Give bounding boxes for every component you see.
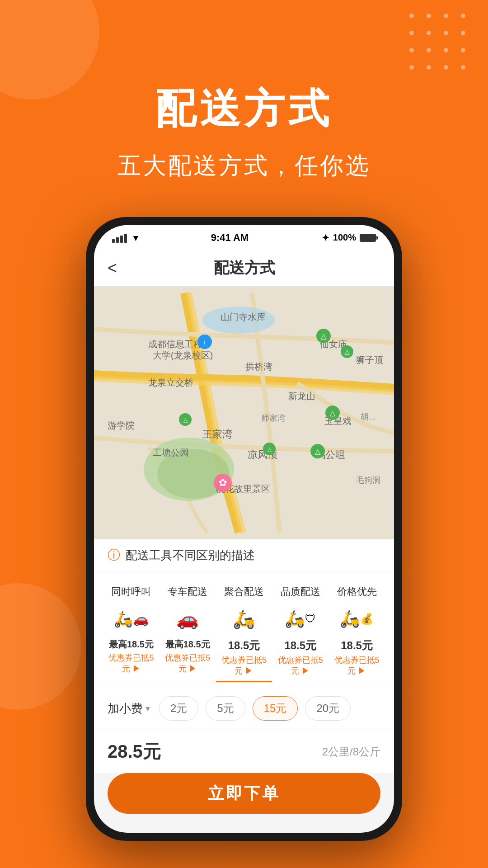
svg-text:龙泉立交桥: 龙泉立交桥	[148, 377, 193, 387]
option-coupon-2: 优惠券已抵5元 ▶	[163, 652, 212, 674]
distance-info: 2公里/8公斤	[322, 745, 380, 759]
svg-text:△: △	[345, 348, 350, 355]
main-title: 配送方式	[0, 81, 488, 137]
sub-title: 五大配送方式，任你选	[0, 150, 488, 182]
option-price-2: 最高18.5元	[163, 638, 212, 651]
svg-text:大学(龙泉校区): 大学(龙泉校区)	[153, 350, 213, 360]
option-icon-2: 🚗	[163, 603, 212, 635]
svg-text:i: i	[204, 339, 205, 346]
warning-bar: ⓘ 配送工具不同区别的描述	[94, 539, 394, 571]
svg-text:山门寺水库: 山门寺水库	[221, 312, 266, 322]
signal-icon	[112, 233, 127, 243]
svg-text:成都信息工程: 成都信息工程	[148, 339, 202, 349]
option-price-5: 18.5元	[332, 638, 381, 653]
delivery-option-simultaneous[interactable]: 同时呼叫 🛵🚗 最高18.5元 优惠券已抵5元 ▶	[103, 580, 160, 682]
svg-text:△: △	[267, 446, 272, 453]
fee-options: 2元 5元 15元 20元	[159, 696, 380, 721]
status-time: 9:41 AM	[211, 232, 249, 244]
nav-bar: < 配送方式	[94, 250, 394, 286]
option-price-3: 18.5元	[220, 638, 269, 653]
map-area: 成都信息工程 大学(龙泉校区) 山门寺水库 龙泉立交桥 游学院 王家湾 凉风顶 …	[94, 286, 394, 539]
svg-text:王家湾: 王家湾	[202, 429, 232, 440]
delivery-option-private[interactable]: 专车配送 🚗 最高18.5元 优惠券已抵5元 ▶	[160, 580, 216, 682]
svg-text:工塘公园: 工塘公园	[153, 448, 189, 458]
status-left: ▾	[112, 232, 138, 243]
total-section: 28.5元 2公里/8公斤	[94, 730, 394, 773]
option-icon-1: 🛵🚗	[107, 603, 156, 635]
battery-icon	[360, 234, 376, 242]
option-title-3: 聚合配送	[220, 585, 269, 599]
extra-fee-text: 加小费	[108, 701, 143, 717]
svg-text:△: △	[183, 417, 188, 423]
delivery-option-combined[interactable]: 聚合配送 🛵 18.5元 优惠券已抵5元 ▶	[216, 580, 272, 682]
option-title-2: 专车配送	[163, 585, 212, 599]
warning-icon: ⓘ	[108, 547, 120, 564]
back-button[interactable]: <	[108, 259, 117, 278]
order-button[interactable]: 立即下单	[108, 773, 380, 814]
phone-outer-frame: ▾ 9:41 AM ✦ 100% < 配送方式	[86, 217, 402, 841]
delivery-option-quality[interactable]: 品质配送 🛵🛡 18.5元 优惠券已抵5元 ▶	[272, 580, 328, 682]
option-coupon-5: 优惠券已抵5元 ▶	[332, 655, 381, 676]
option-title-1: 同时呼叫	[107, 585, 156, 599]
svg-text:狮子顶: 狮子顶	[356, 355, 383, 365]
svg-text:拱桥湾: 拱桥湾	[245, 362, 272, 372]
delivery-option-price-first[interactable]: 价格优先 🛵💰 18.5元 优惠券已抵5元 ▶	[328, 580, 385, 682]
svg-text:胡...: 胡...	[361, 412, 375, 421]
svg-text:✿: ✿	[219, 477, 227, 488]
battery-fill	[361, 235, 375, 241]
svg-text:新龙山: 新龙山	[288, 391, 315, 401]
option-title-4: 品质配送	[276, 585, 325, 599]
svg-text:师家湾: 师家湾	[261, 414, 286, 423]
svg-text:△: △	[330, 409, 336, 417]
phone-mockup: ▾ 9:41 AM ✦ 100% < 配送方式	[86, 217, 402, 841]
option-icon-5: 🛵💰	[332, 603, 381, 635]
option-title-5: 价格优先	[332, 585, 381, 599]
phone-content: 成都信息工程 大学(龙泉校区) 山门寺水库 龙泉立交桥 游学院 王家湾 凉风顶 …	[94, 286, 394, 833]
extra-fee-label: 加小费 ▾	[108, 701, 150, 717]
option-icon-3: 🛵	[220, 603, 269, 635]
svg-text:游学院: 游学院	[108, 420, 135, 430]
option-coupon-1: 优惠券已抵5元 ▶	[107, 652, 156, 674]
extra-fee-dropdown-icon: ▾	[145, 703, 150, 714]
delivery-options-row: 同时呼叫 🛵🚗 最高18.5元 优惠券已抵5元 ▶ 专车配送 🚗 最高	[94, 571, 394, 687]
fee-option-2[interactable]: 2元	[159, 696, 198, 721]
option-icon-4: 🛵🛡	[276, 603, 325, 635]
option-price-4: 18.5元	[276, 638, 325, 653]
fee-option-15[interactable]: 15元	[253, 696, 298, 721]
warning-text: 配送工具不同区别的描述	[126, 547, 255, 563]
status-bar: ▾ 9:41 AM ✦ 100%	[94, 225, 394, 250]
total-price: 28.5元	[108, 739, 161, 764]
header-section: 配送方式 五大配送方式，任你选	[0, 81, 488, 182]
bg-decoration-bottom	[0, 583, 81, 710]
svg-text:△: △	[315, 448, 321, 455]
svg-text:△: △	[321, 332, 327, 340]
option-coupon-3: 优惠券已抵5元 ▶	[220, 655, 269, 676]
option-coupon-4: 优惠券已抵5元 ▶	[276, 655, 325, 676]
extra-fee-section: 加小费 ▾ 2元 5元 15元 20元	[94, 687, 394, 730]
svg-text:毛狗洞: 毛狗洞	[356, 476, 380, 485]
phone-screen: ▾ 9:41 AM ✦ 100% < 配送方式	[94, 225, 394, 833]
fee-option-20[interactable]: 20元	[305, 696, 351, 721]
battery-percent: 100%	[333, 232, 356, 243]
bluetooth-icon: ✦	[322, 232, 329, 243]
wifi-icon: ▾	[133, 232, 138, 243]
option-price-1: 最高18.5元	[107, 638, 156, 651]
nav-title: 配送方式	[126, 258, 362, 278]
dot-grid-decoration	[409, 14, 470, 74]
status-right: ✦ 100%	[322, 232, 376, 243]
fee-option-5[interactable]: 5元	[206, 696, 245, 721]
